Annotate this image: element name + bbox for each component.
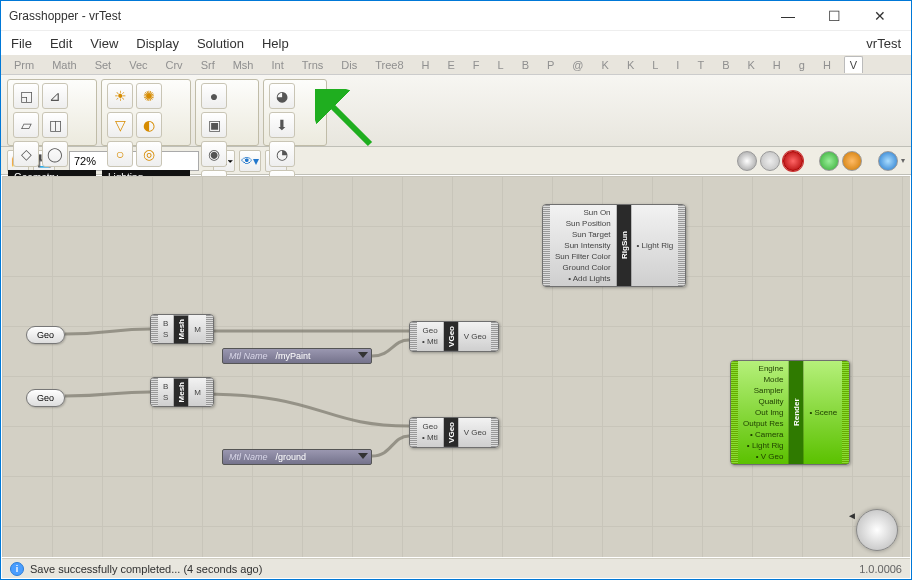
close-button[interactable]: ✕ — [857, 1, 903, 31]
menu-display[interactable]: Display — [136, 36, 179, 51]
lighting-icon[interactable]: ◐ — [136, 112, 162, 138]
materials-icon[interactable]: ◉ — [201, 141, 227, 167]
ribbon: ◱ ⊿ ▱ ◫ ◇ ◯ Geometry ☀ ✺ ▽ ◐ ○ ◎ Lightin… — [1, 75, 911, 147]
status-bar: i Save successfully completed... (4 seco… — [2, 558, 910, 578]
vgeo-component[interactable]: Geo• Mtl VGeo V Geo — [409, 321, 499, 352]
tab-h1[interactable]: H — [417, 57, 435, 73]
mesh-component[interactable]: BS Mesh M — [150, 314, 214, 344]
tab-math[interactable]: Math — [47, 57, 81, 73]
geo-param[interactable]: Geo — [26, 389, 65, 407]
shade-preview-button[interactable] — [760, 151, 780, 171]
materials-icon[interactable]: ▣ — [201, 112, 227, 138]
tab-srf[interactable]: Srf — [196, 57, 220, 73]
node-core-label: Mesh — [174, 315, 188, 343]
compass-widget[interactable] — [856, 509, 898, 551]
wire-display-button[interactable] — [842, 151, 862, 171]
tab-l1[interactable]: L — [493, 57, 509, 73]
tab-b2[interactable]: B — [717, 57, 734, 73]
canvas[interactable]: Geo Geo BS Mesh M BS Mesh M Mtl Name/myP… — [2, 176, 910, 557]
menu-view[interactable]: View — [90, 36, 118, 51]
tab-dis[interactable]: Dis — [336, 57, 362, 73]
tab-k2[interactable]: K — [622, 57, 639, 73]
node-core-label: Render — [789, 361, 803, 464]
ribbon-group-lighting: ☀ ✺ ▽ ◐ ○ ◎ Lighting — [101, 79, 191, 146]
tab-msh[interactable]: Msh — [228, 57, 259, 73]
window-title: Grasshopper - vrTest — [9, 9, 121, 23]
lighting-icon[interactable]: ☀ — [107, 83, 133, 109]
materials-icon[interactable]: ● — [201, 83, 227, 109]
ribbon-group-render: ◕ ⬇ ◔ ⤓ Render — [263, 79, 327, 146]
tab-l2[interactable]: L — [647, 57, 663, 73]
shade-preview-button[interactable] — [783, 151, 803, 171]
menu-bar: File Edit View Display Solution Help vrT… — [1, 31, 911, 55]
lighting-icon[interactable]: ◎ — [136, 141, 162, 167]
node-core-label: Mesh — [174, 378, 188, 406]
shade-preview-button[interactable] — [737, 151, 757, 171]
text-panel[interactable]: Mtl Name/ground — [222, 449, 372, 465]
geometry-icon[interactable]: ⊿ — [42, 83, 68, 109]
ribbon-group-materials: ● ▣ ◉ ▦ Materials — [195, 79, 259, 146]
geometry-icon[interactable]: ◱ — [13, 83, 39, 109]
geometry-icon[interactable]: ◯ — [42, 141, 68, 167]
geometry-icon[interactable]: ◇ — [13, 141, 39, 167]
tab-trns[interactable]: Trns — [297, 57, 329, 73]
menu-edit[interactable]: Edit — [50, 36, 72, 51]
tab-k3[interactable]: K — [742, 57, 759, 73]
ribbon-group-geometry: ◱ ⊿ ▱ ◫ ◇ ◯ Geometry — [7, 79, 97, 146]
display-mode-button[interactable] — [878, 151, 898, 171]
tab-prm[interactable]: Prm — [9, 57, 39, 73]
render-icon[interactable]: ◔ — [269, 141, 295, 167]
document-name: vrTest — [866, 36, 901, 51]
tab-h2[interactable]: H — [768, 57, 786, 73]
minimize-button[interactable]: — — [765, 1, 811, 31]
tab-f[interactable]: F — [468, 57, 485, 73]
tab-t[interactable]: T — [692, 57, 709, 73]
tab-g[interactable]: g — [794, 57, 810, 73]
lighting-icon[interactable]: ○ — [107, 141, 133, 167]
tab-crv[interactable]: Crv — [161, 57, 188, 73]
menu-help[interactable]: Help — [262, 36, 289, 51]
window-controls: — ☐ ✕ — [765, 1, 903, 31]
node-core-label: VGeo — [444, 322, 458, 351]
tab-tree8[interactable]: Tree8 — [370, 57, 408, 73]
tab-e[interactable]: E — [442, 57, 459, 73]
tab-k1[interactable]: K — [597, 57, 614, 73]
text-panel[interactable]: Mtl Name/myPaint — [222, 348, 372, 364]
tab-b1[interactable]: B — [517, 57, 534, 73]
window-titlebar: Grasshopper - vrTest — ☐ ✕ — [1, 1, 911, 31]
render-icon[interactable]: ◕ — [269, 83, 295, 109]
category-tabs: Prm Math Set Vec Crv Srf Msh Int Trns Di… — [1, 55, 911, 75]
menu-solution[interactable]: Solution — [197, 36, 244, 51]
menu-file[interactable]: File — [11, 36, 32, 51]
geo-param[interactable]: Geo — [26, 326, 65, 344]
render-icon[interactable]: ⬇ — [269, 112, 295, 138]
render-component[interactable]: Engine Mode Sampler Quality Out Img Outp… — [730, 360, 850, 465]
status-message: Save successfully completed... (4 second… — [30, 563, 262, 575]
tab-h3[interactable]: H — [818, 57, 836, 73]
lighting-icon[interactable]: ✺ — [136, 83, 162, 109]
geometry-icon[interactable]: ◫ — [42, 112, 68, 138]
node-core-label: VGeo — [444, 418, 458, 447]
geometry-icon[interactable]: ▱ — [13, 112, 39, 138]
tab-vec[interactable]: Vec — [124, 57, 152, 73]
status-icon: i — [10, 562, 24, 576]
mesh-component[interactable]: BS Mesh M — [150, 377, 214, 407]
node-core-label: RigSun — [617, 205, 631, 286]
tab-p[interactable]: P — [542, 57, 559, 73]
rigsun-component[interactable]: Sun On Sun Position Sun Target Sun Inten… — [542, 204, 686, 287]
version-label: 1.0.0006 — [859, 563, 902, 575]
maximize-button[interactable]: ☐ — [811, 1, 857, 31]
wire-display-button[interactable] — [819, 151, 839, 171]
tab-set[interactable]: Set — [90, 57, 117, 73]
tab-i[interactable]: I — [671, 57, 684, 73]
lighting-icon[interactable]: ▽ — [107, 112, 133, 138]
tab-int[interactable]: Int — [266, 57, 288, 73]
vgeo-component[interactable]: Geo• Mtl VGeo V Geo — [409, 417, 499, 448]
tab-at[interactable]: @ — [567, 57, 588, 73]
tab-v[interactable]: V — [844, 56, 863, 73]
